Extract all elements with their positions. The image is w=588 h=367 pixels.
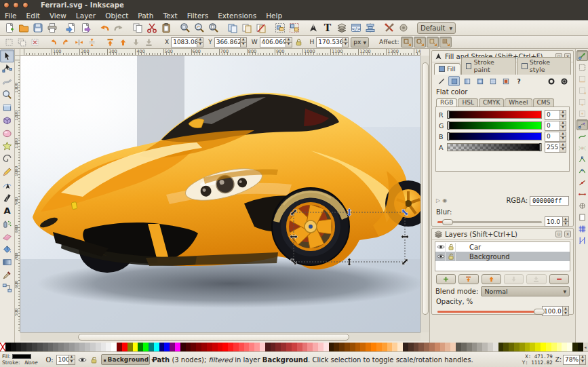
gradient-tool[interactable] (0, 256, 14, 269)
palette-swatch[interactable] (254, 343, 260, 351)
snap-paths-button[interactable] (576, 131, 588, 142)
preferences-button[interactable] (382, 21, 396, 35)
eraser-tool[interactable] (0, 230, 14, 243)
palette-swatch[interactable] (191, 343, 196, 351)
palette-swatch[interactable] (546, 343, 551, 351)
palette-swatch[interactable] (218, 343, 223, 351)
menu-help[interactable]: Help (261, 10, 287, 20)
layer-visible-toggle[interactable] (437, 252, 446, 261)
blur-field[interactable]: 10.0▲▼ (545, 216, 569, 227)
snap-bbox-button[interactable] (576, 62, 588, 73)
raise-button[interactable] (117, 37, 129, 47)
zoom-drawing-button[interactable] (192, 21, 206, 35)
palette-swatch[interactable] (138, 343, 143, 351)
palette-swatch[interactable] (79, 343, 85, 351)
snap-grid-button[interactable] (576, 223, 588, 234)
rotate-ccw-button[interactable] (47, 37, 59, 47)
spiral-tool[interactable] (0, 153, 14, 166)
layer-lock-toggle[interactable] (447, 252, 456, 261)
palette-swatch[interactable] (307, 343, 313, 351)
swatch-paint-button[interactable] (500, 76, 511, 86)
palette-scroll-arrow[interactable]: ◂ (583, 343, 588, 351)
print-document-button[interactable] (45, 21, 59, 35)
palette-swatch[interactable] (159, 343, 165, 351)
menu-view[interactable]: View (45, 10, 71, 20)
snap-rotation-centers-button[interactable] (576, 200, 588, 211)
palette-swatch[interactable] (96, 343, 101, 351)
palette-swatch[interactable] (392, 343, 397, 351)
current-layer-dropdown[interactable]: ▪Background▼ (101, 354, 150, 365)
vertical-scrollbar[interactable] (420, 56, 429, 332)
deselect-button[interactable] (28, 37, 41, 47)
vertical-scrollbar-thumb[interactable] (422, 62, 429, 315)
palette-swatch[interactable] (360, 343, 366, 351)
color-tab-rgb[interactable]: RGB (436, 98, 457, 107)
palette-swatch[interactable] (535, 343, 541, 351)
bucket-tool[interactable] (0, 243, 14, 256)
undo-button[interactable] (97, 21, 111, 35)
text-dialog-button[interactable]: T (320, 21, 334, 35)
palette-swatch[interactable] (355, 343, 361, 351)
palette-swatch[interactable] (509, 343, 514, 351)
palette-swatch[interactable] (111, 343, 117, 351)
color-field-R[interactable]: 0▲▼ (545, 110, 566, 120)
create-clone-button[interactable] (239, 21, 254, 35)
palette-swatch[interactable] (143, 343, 149, 351)
layers-opacity-field[interactable]: 100.0▲▼ (542, 306, 569, 316)
color-field-G[interactable]: 0▲▼ (545, 121, 566, 131)
palette-swatch[interactable] (260, 343, 265, 351)
pencil-tool[interactable] (0, 166, 14, 178)
units-dropdown[interactable]: px▼ (351, 37, 369, 47)
layer-visible-toggle[interactable] (437, 243, 446, 252)
menu-edit[interactable]: Edit (22, 10, 45, 20)
style-select-dropdown[interactable]: Default▼ (417, 22, 456, 34)
layer-row-car[interactable]: Car (435, 242, 570, 252)
open-document-button[interactable] (16, 21, 31, 35)
palette-swatch[interactable] (467, 343, 472, 351)
palette-swatch[interactable] (329, 343, 334, 351)
dropper-mini-icon[interactable]: ◉ (442, 197, 447, 204)
fill-rule-evenodd-button[interactable] (545, 76, 557, 86)
menu-extensions[interactable]: Extensions (213, 10, 261, 20)
zoom-selection-button[interactable] (178, 21, 192, 35)
palette-swatch[interactable] (292, 343, 297, 351)
pattern-button[interactable] (487, 76, 498, 86)
palette-swatch[interactable] (239, 343, 244, 351)
palette-swatch[interactable] (212, 343, 218, 351)
palette-swatch[interactable] (26, 343, 32, 351)
select-all-button[interactable] (3, 37, 15, 47)
palette-swatch[interactable] (557, 343, 562, 351)
color-tab-wheel[interactable]: Wheel (505, 98, 532, 107)
color-slider-B[interactable] (447, 132, 542, 140)
fill-rule-nonzero-button[interactable] (558, 76, 570, 86)
no-paint-button[interactable] (435, 76, 447, 86)
menu-filters[interactable]: Filters (182, 10, 213, 20)
menu-layer[interactable]: Layer (71, 10, 100, 20)
fill-stroke-indicator[interactable]: Fill: Stroke:None (2, 353, 40, 366)
palette-swatch[interactable] (69, 343, 75, 351)
palette-swatch[interactable] (75, 343, 80, 351)
palette-swatch[interactable] (244, 343, 250, 351)
palette-swatch[interactable] (122, 343, 128, 351)
layer-visibility-icon[interactable] (78, 355, 87, 364)
palette-swatch[interactable] (233, 343, 239, 351)
palette-swatch[interactable] (11, 343, 16, 351)
menu-text[interactable]: Text (158, 10, 182, 20)
radial-gradient-button[interactable] (474, 76, 486, 86)
horizontal-ruler[interactable]: 1002003004005006007008009001000110012001… (20, 49, 420, 56)
zoom-tool[interactable] (0, 88, 14, 101)
pen-tool[interactable] (0, 178, 14, 191)
tweak-tool[interactable] (0, 75, 14, 88)
unlink-clone-button[interactable] (254, 21, 268, 35)
panel-close-button[interactable]: x (564, 231, 571, 237)
snap-bbox-edges-button[interactable] (576, 73, 588, 84)
new-layer-button[interactable] (436, 274, 456, 284)
snap-page-border-button[interactable] (576, 212, 588, 223)
color-tab-hsl[interactable]: HSL (458, 98, 478, 107)
palette-swatch[interactable] (551, 343, 557, 351)
snap-line-midpoints-button[interactable] (576, 177, 588, 188)
palette-swatch[interactable] (334, 343, 339, 351)
palette-swatch[interactable] (106, 343, 111, 351)
palette-swatch[interactable] (493, 343, 498, 351)
blend-mode-dropdown[interactable]: Normal▼ (481, 286, 570, 296)
